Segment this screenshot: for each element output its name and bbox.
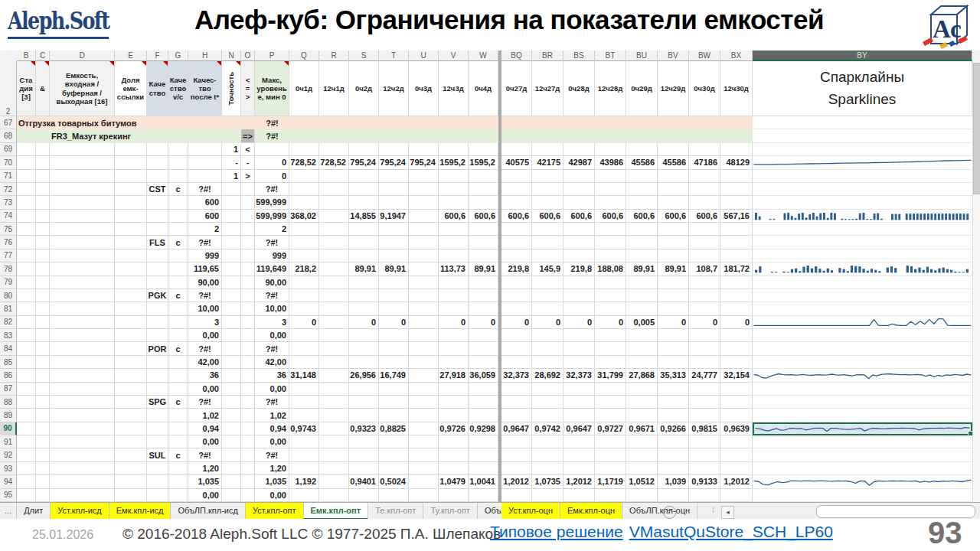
- cell-BX71[interactable]: [720, 170, 753, 183]
- cell-U94[interactable]: [409, 475, 439, 488]
- cell-BS72[interactable]: [564, 183, 595, 196]
- row-number-83[interactable]: 83: [0, 329, 17, 342]
- cell-B88[interactable]: [17, 396, 36, 409]
- cell-BV74[interactable]: 600,6: [658, 210, 689, 223]
- column-header-E[interactable]: E: [115, 51, 147, 61]
- cell-T95[interactable]: [379, 489, 409, 502]
- cell-W76[interactable]: [469, 236, 498, 249]
- cell-BU89[interactable]: [626, 409, 658, 422]
- cell-V76[interactable]: [439, 236, 469, 249]
- cell-H88[interactable]: ?#!: [188, 396, 222, 409]
- cell-BW75[interactable]: [689, 223, 720, 236]
- cell-R89[interactable]: [319, 409, 349, 422]
- cell-B87[interactable]: [17, 383, 36, 396]
- cell-BS70[interactable]: 42987: [564, 156, 595, 169]
- cell-D88[interactable]: [50, 396, 115, 409]
- cell-N77[interactable]: [222, 249, 241, 262]
- cell-BS67[interactable]: [564, 116, 595, 129]
- row-number-93[interactable]: 93: [0, 462, 17, 475]
- cell-D94[interactable]: [50, 475, 115, 488]
- cell-BY91[interactable]: [753, 435, 972, 448]
- cell-BW88[interactable]: [689, 396, 720, 409]
- cell-R80[interactable]: [319, 289, 349, 302]
- cell-C94[interactable]: [36, 475, 50, 488]
- cell-BY72[interactable]: [753, 183, 972, 196]
- cell-BS82[interactable]: 0: [564, 316, 595, 329]
- cell-BQ92[interactable]: [501, 448, 532, 461]
- cell-D76[interactable]: [50, 236, 115, 249]
- cell-BW68[interactable]: [689, 129, 720, 142]
- cell-N90[interactable]: [222, 422, 241, 435]
- cell-E87[interactable]: [115, 383, 147, 396]
- cell-V74[interactable]: 600,6: [439, 210, 469, 223]
- cell-BR93[interactable]: [532, 462, 564, 475]
- cell-C91[interactable]: [36, 435, 50, 448]
- cell-Q88[interactable]: [289, 396, 319, 409]
- cell-G85[interactable]: [168, 356, 188, 369]
- cell-R82[interactable]: [319, 316, 349, 329]
- cell-BT71[interactable]: [595, 170, 626, 183]
- cell-P70[interactable]: 0: [255, 156, 289, 169]
- cell-T89[interactable]: [379, 409, 409, 422]
- cell-BU77[interactable]: [626, 249, 658, 262]
- header-cell-BT[interactable]: 12ч28д: [595, 61, 626, 116]
- cell-BS95[interactable]: [564, 489, 595, 502]
- cell-T82[interactable]: 0: [379, 316, 409, 329]
- cell-C80[interactable]: [36, 289, 50, 302]
- cell-G94[interactable]: [168, 475, 188, 488]
- cell-D91[interactable]: [50, 435, 115, 448]
- row-number-89[interactable]: 89: [0, 409, 17, 422]
- cell-S84[interactable]: [349, 342, 379, 355]
- cell-O89[interactable]: [241, 409, 255, 422]
- cell-E93[interactable]: [115, 462, 147, 475]
- cell-W74[interactable]: 600,6: [469, 210, 498, 223]
- cell-R92[interactable]: [319, 448, 349, 461]
- cell-H71[interactable]: [188, 170, 222, 183]
- cell-H84[interactable]: ?#!: [188, 342, 222, 355]
- cell-N75[interactable]: [222, 223, 241, 236]
- cell-BX89[interactable]: [720, 409, 753, 422]
- cell-H69[interactable]: [188, 143, 222, 156]
- cell-BT80[interactable]: [595, 289, 626, 302]
- cell-Q82[interactable]: 0: [289, 316, 319, 329]
- cell-BU76[interactable]: [626, 236, 658, 249]
- cell-U79[interactable]: [409, 276, 439, 289]
- cell-BU94[interactable]: 1,0512: [626, 475, 658, 488]
- cell-N87[interactable]: [222, 383, 241, 396]
- cell-B83[interactable]: [17, 329, 36, 342]
- cell-G92[interactable]: c: [168, 448, 188, 461]
- cell-BV80[interactable]: [658, 289, 689, 302]
- cell-BS92[interactable]: [564, 448, 595, 461]
- cell-C84[interactable]: [36, 342, 50, 355]
- cell-Q80[interactable]: [289, 289, 319, 302]
- cell-BR75[interactable]: [532, 223, 564, 236]
- cell-D86[interactable]: [50, 369, 115, 382]
- cell-O92[interactable]: [241, 448, 255, 461]
- cell-G86[interactable]: [168, 369, 188, 382]
- cell-BS93[interactable]: [564, 462, 595, 475]
- cell-BU83[interactable]: [626, 329, 658, 342]
- sheet-tab-...[interactable]: ...: [0, 503, 17, 520]
- cell-BT78[interactable]: 188,08: [595, 262, 626, 276]
- cell-F80[interactable]: PGK: [147, 289, 168, 302]
- cell-W70[interactable]: 1595,2: [469, 156, 498, 169]
- cell-Q93[interactable]: [289, 462, 319, 475]
- row-number-78[interactable]: 78: [0, 262, 17, 276]
- cell-P81[interactable]: 10,00: [255, 302, 289, 315]
- cell-U93[interactable]: [409, 462, 439, 475]
- cell-E86[interactable]: [115, 369, 147, 382]
- cell-G72[interactable]: c: [168, 183, 188, 196]
- cell-BV70[interactable]: 45586: [658, 156, 689, 169]
- cell-BU70[interactable]: 45586: [626, 156, 658, 169]
- cell-H77[interactable]: 999: [188, 249, 222, 262]
- row-number-72[interactable]: 72: [0, 183, 17, 196]
- cell-H89[interactable]: 1,02: [188, 409, 222, 422]
- cell-F69[interactable]: [147, 143, 168, 156]
- cell-U74[interactable]: [409, 210, 439, 223]
- cell-BS83[interactable]: [564, 329, 595, 342]
- cell-D73[interactable]: [50, 196, 115, 209]
- cell-G84[interactable]: c: [168, 342, 188, 355]
- cell-B85[interactable]: [17, 356, 36, 369]
- cell-G82[interactable]: [168, 316, 188, 329]
- cell-S78[interactable]: 89,91: [349, 262, 379, 276]
